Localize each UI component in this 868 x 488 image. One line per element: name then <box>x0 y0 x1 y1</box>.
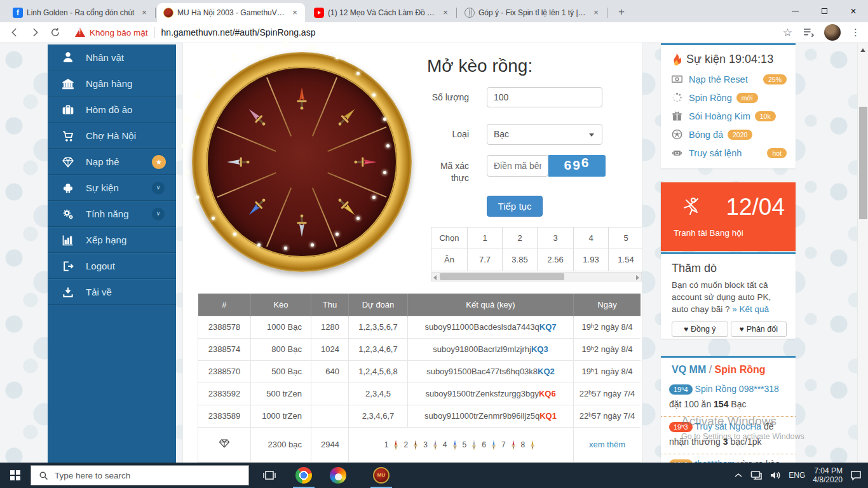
divider <box>154 27 155 38</box>
start-button[interactable] <box>0 463 31 488</box>
action-center-icon[interactable] <box>850 470 862 480</box>
tab-title: MU Hà Nội 2003 - GamethuVN.n <box>177 8 286 17</box>
submit-button[interactable]: Tiếp tục <box>487 196 543 217</box>
gift-icon <box>672 111 682 121</box>
tab-youtube[interactable]: (1) 12 Mẹo Và Cách Làm Đồ Thủ C × <box>308 3 456 22</box>
close-icon[interactable]: × <box>139 8 149 18</box>
sidebar-item-nhan-vat[interactable]: Nhân vật <box>48 44 176 71</box>
refresh-icon[interactable] <box>50 27 61 38</box>
event-item-bong-da[interactable]: Bóng đá 2020 <box>661 125 796 144</box>
quantity-input[interactable] <box>487 87 602 107</box>
scrollbar-thumb[interactable] <box>440 273 564 280</box>
wheel-weapon-icon <box>353 150 377 174</box>
sidebar-item-ngan-hang[interactable]: Ngân hàng <box>48 71 176 97</box>
task-view-button[interactable] <box>257 463 282 488</box>
odds-horizontal-scrollbar[interactable] <box>431 272 642 281</box>
page-content: Nhân vật Ngân hàng Hòm đồ ảo Chợ Hà Nội … <box>0 43 868 463</box>
profile-avatar[interactable] <box>824 24 841 41</box>
captcha-input[interactable] <box>487 155 548 177</box>
sidebar-item-tinh-nang[interactable]: Tính năng ∨ <box>48 201 176 227</box>
event-icon <box>62 182 74 194</box>
new-tab-button[interactable]: + <box>614 5 629 20</box>
feed-title: VQ MM / Spin Rồng <box>661 358 796 379</box>
wheel-spoke <box>217 172 276 198</box>
martial-artist-icon <box>680 195 704 219</box>
event-item-truy-sat-lenh[interactable]: Truy sát lệnh hot <box>661 144 796 162</box>
user-icon <box>62 51 74 64</box>
wheel-light <box>386 144 390 147</box>
sidebar-nav: Nhân vật Ngân hàng Hòm đồ ảo Chợ Hà Nội … <box>48 44 176 463</box>
taskbar-paint-button[interactable] <box>325 463 351 488</box>
agree-button[interactable]: ♥Đồng ý <box>672 322 728 337</box>
see-more-link[interactable]: xem thêm <box>589 440 625 449</box>
poll-result-link[interactable]: » Kết quả <box>732 304 769 314</box>
feed-link[interactable]: Spin Rồng 098***318 <box>695 384 779 394</box>
table-row: 2388570500 Bạc640 1,2,4,5,6,8 suboy91500… <box>198 360 641 383</box>
disagree-button[interactable]: ♥Phản đối <box>731 322 787 337</box>
event-item-spin-rong[interactable]: Spin Rồng mới <box>661 88 796 107</box>
event-item-soi-hoang-kim[interactable]: Sói Hoàng Kim 10k <box>661 107 796 125</box>
weapon-strip: 1 2 3 4 5 6 7 8 <box>349 437 573 453</box>
wheel-light <box>284 42 287 45</box>
tab-mu-hanoi[interactable]: MU Hà Nội 2003 - GamethuVN.n × <box>157 3 305 22</box>
bookmark-star-icon[interactable]: ☆ <box>783 26 792 39</box>
sidebar-item-logout[interactable]: Logout <box>48 253 176 279</box>
speaker-icon[interactable] <box>770 470 781 480</box>
security-warning-label[interactable]: Không bảo mật <box>90 28 148 37</box>
feed-title-spin-rong[interactable]: Spin Rồng <box>715 364 766 375</box>
sidebar-item-hom-do-ao[interactable]: Hòm đồ ảo <box>48 97 176 123</box>
weapon-icon <box>527 437 538 453</box>
feed-link[interactable]: Truy sát NgocHa <box>695 421 762 431</box>
minimize-button[interactable] <box>780 0 810 22</box>
restore-button[interactable] <box>810 0 839 22</box>
network-icon[interactable] <box>750 470 762 480</box>
language-indicator[interactable]: ENG <box>789 471 805 480</box>
event-item-nap-the-reset[interactable]: Nạp thẻ Reset 25% <box>661 70 796 88</box>
tab-facebook[interactable]: f Linh Golden - Ra cổng đón chút × <box>6 3 154 22</box>
bank-icon <box>62 78 74 90</box>
type-label: Loại <box>399 129 469 139</box>
spin-wheel[interactable] <box>192 52 412 272</box>
odds-header-cell: 2 <box>503 227 538 248</box>
spin-wheel-face <box>207 67 397 257</box>
close-window-button[interactable]: × <box>839 0 868 22</box>
taskbar-search[interactable]: Type here to search <box>31 465 249 485</box>
page-title: Mở kèo rồng: <box>427 56 532 76</box>
back-icon[interactable] <box>9 27 20 38</box>
scrollbar-thumb[interactable] <box>859 107 867 219</box>
banner-title: Tranh tài Bang hội <box>674 228 743 238</box>
url-field[interactable]: hn.gamethuvn.net/#auth/SpinRong.asp <box>161 27 316 37</box>
close-icon[interactable]: × <box>440 8 451 18</box>
sidebar-item-xep-hang[interactable]: Xếp hạng <box>48 227 176 253</box>
taskbar-mu-button[interactable]: MU <box>369 463 394 488</box>
scroll-up-icon[interactable] <box>860 48 865 52</box>
odds-header-cell: 1 <box>468 227 503 248</box>
sidebar-item-cho-ha-noi[interactable]: Chợ Hà Nội <box>48 123 176 149</box>
logout-icon <box>62 260 74 273</box>
sidebar-item-su-kien[interactable]: Sự kiện ∨ <box>48 175 176 201</box>
scroll-left-icon[interactable] <box>433 275 437 280</box>
forward-icon[interactable] <box>29 27 41 38</box>
sidebar-item-nap-the[interactable]: Nạp thẻ ★ <box>48 149 176 175</box>
odds-cell: 2.56 <box>538 248 574 271</box>
hidden-icons-chevron[interactable] <box>734 472 743 478</box>
type-select[interactable]: Bạc <box>487 124 602 145</box>
feed-item: 19ʰ2tha***bom vừa ra kèo 1596601 (150 Bạ… <box>661 454 796 463</box>
feed-title-vqmm[interactable]: VQ MM <box>672 364 706 375</box>
result-key: KQ7 <box>539 322 557 332</box>
close-icon[interactable]: × <box>290 8 300 18</box>
reading-list-icon[interactable] <box>803 28 814 37</box>
tab-gop-y[interactable]: Góp ý - Fix Spin tỉ lệ lên 1 tý | Pag × <box>458 3 606 22</box>
close-icon[interactable]: × <box>591 8 601 18</box>
odds-table: Chọn 1 2 3 4 5 Ăn 7.7 3.85 2.56 1.93 1.5… <box>431 227 642 271</box>
security-warning-icon[interactable] <box>75 28 85 37</box>
wheel-light <box>356 217 360 220</box>
clock[interactable]: 7:04 PM 4/8/2020 <box>813 466 843 484</box>
taskbar-chrome-button[interactable] <box>291 463 316 488</box>
wheel-light <box>311 46 314 49</box>
menu-kebab-icon[interactable]: ⋮ <box>851 27 860 38</box>
page-scrollbar[interactable] <box>857 43 868 463</box>
scroll-right-icon[interactable] <box>636 275 639 280</box>
tournament-banner[interactable]: 12/04 Tranh tài Bang hội <box>661 182 796 251</box>
sidebar-item-tai-ve[interactable]: Tải về <box>48 279 176 305</box>
